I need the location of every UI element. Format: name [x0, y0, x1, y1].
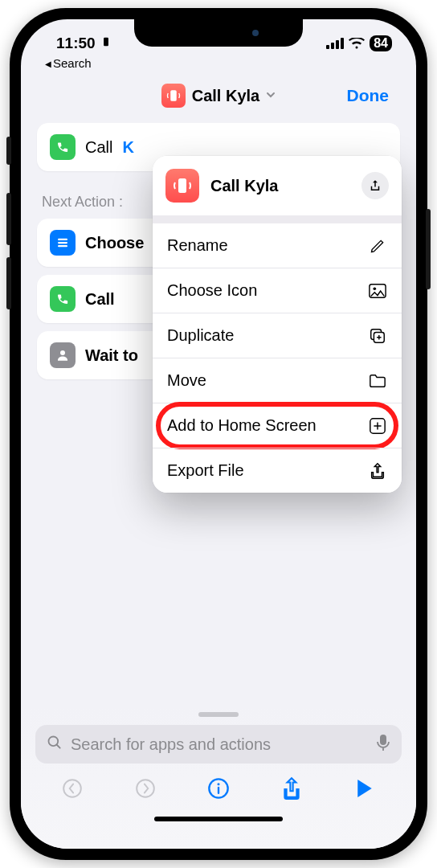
row-label: Export File — [167, 461, 244, 480]
status-time: 11:50 — [56, 35, 96, 52]
menu-add-home-screen[interactable]: Add to Home Screen — [153, 403, 402, 448]
action-label: Choose — [85, 234, 144, 252]
svg-point-19 — [137, 780, 154, 797]
battery-indicator: 84 — [370, 35, 392, 51]
header: Call Kyla Done — [21, 73, 416, 118]
front-camera — [252, 30, 259, 36]
folder-icon — [368, 373, 387, 389]
chevron-down-icon — [266, 89, 276, 102]
wifi-icon — [349, 38, 365, 49]
svg-rect-7 — [58, 242, 67, 244]
info-button[interactable] — [202, 777, 235, 800]
sheet-grabber[interactable] — [198, 712, 239, 717]
image-icon — [368, 283, 387, 299]
mute-switch — [6, 137, 11, 165]
svg-rect-0 — [104, 37, 108, 46]
notch — [134, 19, 303, 47]
duplicate-icon — [368, 327, 387, 345]
shortcut-icon — [161, 84, 186, 108]
power-button — [426, 209, 431, 289]
separator — [153, 215, 402, 223]
svg-rect-4 — [341, 38, 344, 49]
row-label: Choose Icon — [167, 281, 257, 300]
svg-point-12 — [374, 287, 377, 290]
row-label: Add to Home Screen — [167, 416, 317, 435]
screen: 11:50 84 Search — [21, 19, 416, 849]
action-verb: Call — [85, 138, 112, 157]
add-square-icon — [368, 417, 387, 435]
person-icon — [50, 342, 76, 368]
phone-icon — [50, 134, 76, 160]
svg-rect-17 — [380, 735, 386, 745]
search-input[interactable]: Search for apps and actions — [35, 725, 402, 764]
svg-rect-2 — [331, 43, 334, 49]
share-toolbar-button[interactable] — [276, 776, 308, 800]
search-icon — [47, 735, 63, 755]
svg-rect-10 — [178, 178, 186, 193]
battery-percent: 84 — [374, 36, 388, 51]
action-label: Wait to — [85, 346, 138, 365]
share-icon — [368, 178, 382, 193]
cellular-icon — [326, 38, 344, 49]
volume-down — [6, 257, 11, 309]
menu-export-file[interactable]: Export File — [153, 448, 402, 493]
menu-title: Call Kyla — [210, 177, 350, 195]
svg-point-9 — [60, 350, 65, 355]
volume-up — [6, 193, 11, 245]
svg-rect-3 — [336, 40, 339, 49]
title-dropdown[interactable]: Call Kyla — [161, 84, 276, 108]
menu-rename[interactable]: Rename — [153, 223, 402, 268]
toolbar — [35, 776, 402, 800]
row-label: Rename — [167, 236, 228, 255]
redo-button[interactable] — [129, 778, 161, 799]
svg-point-18 — [63, 780, 81, 797]
pencil-icon — [368, 238, 387, 254]
menu-move[interactable]: Move — [153, 358, 402, 403]
shortcut-icon — [165, 169, 199, 203]
row-label: Duplicate — [167, 326, 234, 345]
svg-rect-5 — [170, 90, 177, 101]
undo-button[interactable] — [56, 778, 88, 799]
location-icon — [100, 36, 112, 50]
menu-choose-icon[interactable]: Choose Icon — [153, 268, 402, 313]
done-button[interactable]: Done — [347, 86, 390, 105]
back-nav[interactable]: Search — [21, 56, 416, 73]
menu-icon — [50, 230, 76, 256]
context-menu: Call Kyla Rename Choose Icon — [153, 156, 402, 493]
search-placeholder: Search for apps and actions — [71, 735, 368, 754]
action-token[interactable]: K — [122, 138, 133, 157]
svg-rect-22 — [218, 787, 219, 794]
mic-icon[interactable] — [376, 734, 390, 755]
phone-frame: 11:50 84 Search — [10, 8, 427, 860]
bottom-sheet: Search for apps and actions — [21, 707, 416, 849]
svg-point-21 — [217, 783, 219, 785]
svg-rect-8 — [58, 245, 67, 247]
row-label: Move — [167, 371, 206, 390]
back-label: Search — [45, 56, 92, 70]
menu-header: Call Kyla — [153, 156, 402, 215]
phone-icon — [50, 286, 76, 312]
action-label: Call — [85, 290, 115, 309]
home-indicator[interactable] — [154, 817, 283, 821]
svg-rect-6 — [58, 239, 67, 240]
svg-rect-1 — [326, 45, 329, 49]
menu-duplicate[interactable]: Duplicate — [153, 313, 402, 358]
share-button[interactable] — [361, 172, 389, 199]
export-icon — [368, 462, 387, 480]
header-title: Call Kyla — [192, 87, 259, 105]
run-button[interactable] — [349, 779, 381, 798]
